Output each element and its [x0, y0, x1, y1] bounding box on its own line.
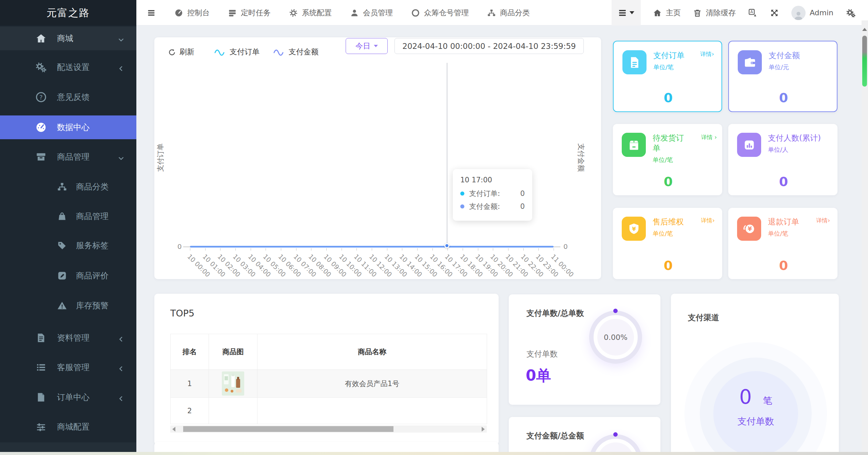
- scroll-right-icon[interactable]: [482, 427, 485, 432]
- nav-item-member-management[interactable]: 会员管理: [350, 8, 393, 18]
- sidebar-item-mall[interactable]: 商城: [0, 26, 136, 50]
- detail-link[interactable]: 详情›: [816, 217, 830, 224]
- nav-item-clear-cache[interactable]: 清除缓存: [693, 8, 736, 18]
- nav-item-scheduled-tasks[interactable]: 定时任务: [228, 8, 271, 18]
- axis-line-right: [554, 247, 560, 247]
- column-header-rank: 排名: [171, 334, 209, 370]
- stat-card-after-sales: ¥ 售后维权 详情› 单位/笔 0: [613, 208, 722, 279]
- refresh-label: 刷新: [179, 47, 194, 57]
- y-axis-title-left: 支付订单: [156, 130, 165, 185]
- sidebar-item-delivery-settings[interactable]: 配送设置: [0, 55, 136, 79]
- x-axis-tick: [538, 248, 539, 251]
- channel-label: 支付单数: [713, 415, 798, 427]
- pay-channel-card: 支付渠道 0 笔 支付单数: [671, 294, 839, 455]
- dashboard-page: 元富之路 商城 配送设置 ? 意见反馈: [0, 0, 868, 455]
- sidebar-item-service-tags[interactable]: 服务标签: [0, 234, 136, 257]
- sidebar-item-product-reviews[interactable]: 商品评价: [0, 264, 136, 288]
- table-header-row: 排名 商品图 商品名称: [171, 334, 487, 370]
- tooltip-value: 0: [520, 202, 525, 211]
- sidebar-item-label: 库存预警: [76, 300, 109, 311]
- hamburger-menu-button[interactable]: [147, 8, 156, 18]
- horizontal-scrollbar[interactable]: [0, 452, 868, 455]
- list-dropdown-button[interactable]: [612, 0, 641, 25]
- payments-chart-card: 刷新 支付订单 支付金额 今日 2024-04-10 00:00:00 - 20…: [154, 37, 601, 279]
- file-icon: [35, 392, 47, 403]
- sidebar-item-order-center[interactable]: 订单中心: [0, 385, 136, 409]
- pay-amount-ratio-card: 支付金额/总金额: [509, 417, 660, 455]
- stat-unit: 单位/元: [769, 63, 829, 71]
- date-range-select[interactable]: 今日: [346, 38, 388, 54]
- chevron-left-icon: [117, 394, 125, 401]
- sidebar-item-feedback[interactable]: ? 意见反馈: [0, 85, 136, 109]
- nav-item-console[interactable]: 控制台: [174, 8, 210, 18]
- highlighted-point[interactable]: [444, 243, 449, 248]
- x-axis-tick: [447, 248, 448, 251]
- legend-pay-amount[interactable]: 支付金额: [273, 47, 319, 57]
- x-axis-tick: [205, 248, 206, 251]
- nav-item-system-config[interactable]: 系统配置: [289, 8, 332, 18]
- x-axis-tick: [432, 248, 433, 251]
- caret-down-icon: [374, 45, 378, 47]
- sidebar-item-product-management[interactable]: 商品管理: [0, 204, 136, 228]
- product-image-cell: [209, 370, 257, 398]
- sidebar-item-product-category[interactable]: 商品分类: [0, 175, 136, 199]
- stat-title: 支付订单: [653, 50, 684, 60]
- nav-item-product-category[interactable]: 商品分类: [487, 8, 530, 18]
- sitemap-icon: [57, 182, 67, 192]
- translate-icon[interactable]: A: [748, 8, 757, 18]
- stat-value: 0: [738, 90, 829, 105]
- sliders-icon: [35, 421, 47, 433]
- sidebar-item-product-management-group[interactable]: 商品管理: [0, 145, 136, 169]
- scrollbar-thumb[interactable]: [183, 426, 393, 432]
- document-icon: [622, 50, 647, 74]
- sidebar-item-customer-service[interactable]: 客服管理: [0, 356, 136, 379]
- chart-hover-line: [447, 63, 447, 247]
- scrollbar-thumb[interactable]: [862, 36, 867, 87]
- axis-line-left: [183, 247, 190, 247]
- table-horizontal-scrollbar[interactable]: [170, 425, 487, 433]
- x-axis-tick: [402, 248, 402, 251]
- sidebar-item-data-center[interactable]: 数据中心: [0, 115, 136, 139]
- caret-down-icon: [630, 11, 634, 14]
- series-dot-icon: [460, 204, 464, 208]
- sidebar-item-label: 商品分类: [76, 181, 109, 192]
- stat-value: 0: [737, 258, 830, 273]
- detail-link[interactable]: 详情›: [701, 217, 715, 224]
- circle-icon: [411, 8, 420, 17]
- wave-icon: [273, 48, 285, 56]
- fullscreen-icon[interactable]: [770, 8, 779, 18]
- channel-value-row: 0 笔: [713, 385, 798, 408]
- stat-title: 售后维权: [653, 217, 684, 227]
- scroll-left-icon[interactable]: [172, 427, 175, 432]
- question-circle-icon: ?: [35, 91, 47, 103]
- stat-card-refund-orders: ¥ 退款订单 详情› 单位/笔 0: [728, 208, 837, 279]
- sidebar-item-mall-config[interactable]: 商城配置: [0, 415, 136, 439]
- nav-item-crowdfund-warehouse[interactable]: 众筹仓号管理: [411, 8, 469, 18]
- user-menu[interactable]: Admin: [791, 6, 833, 20]
- chart-tooltip: 10 17:00 支付订单: 0 支付金额: 0: [453, 169, 532, 221]
- svg-text:A: A: [750, 10, 753, 14]
- nav-item-label: 清除缓存: [706, 8, 736, 18]
- detail-link[interactable]: 详情›: [700, 50, 714, 58]
- x-axis-tick: [372, 248, 372, 251]
- sitemap-icon: [487, 8, 496, 17]
- x-axis-tick: [266, 248, 266, 251]
- sidebar-item-label: 数据中心: [57, 122, 90, 133]
- chevron-left-icon: [117, 334, 125, 342]
- x-axis-tick: [296, 248, 296, 251]
- svg-text:?: ?: [39, 94, 43, 101]
- legend-pay-orders[interactable]: 支付订单: [214, 47, 259, 57]
- settings-gears-icon[interactable]: [846, 8, 856, 18]
- refresh-button[interactable]: 刷新: [168, 47, 194, 57]
- tag-icon: [57, 240, 67, 251]
- list-icon: [35, 362, 47, 373]
- date-range-input[interactable]: 2024-04-10 00:00:00 - 2024-04-10 23:59:5…: [394, 38, 584, 54]
- detail-link[interactable]: 详情 ›: [701, 133, 715, 142]
- avatar: [791, 6, 806, 20]
- scroll-up-icon[interactable]: [862, 28, 867, 31]
- sidebar-item-label: 资料管理: [57, 332, 90, 343]
- vertical-scrollbar[interactable]: [862, 20, 868, 455]
- sidebar-item-stock-warning[interactable]: 库存预警: [0, 294, 136, 317]
- nav-item-homepage[interactable]: 主页: [653, 8, 681, 18]
- sidebar-item-material-management[interactable]: 资料管理: [0, 326, 136, 350]
